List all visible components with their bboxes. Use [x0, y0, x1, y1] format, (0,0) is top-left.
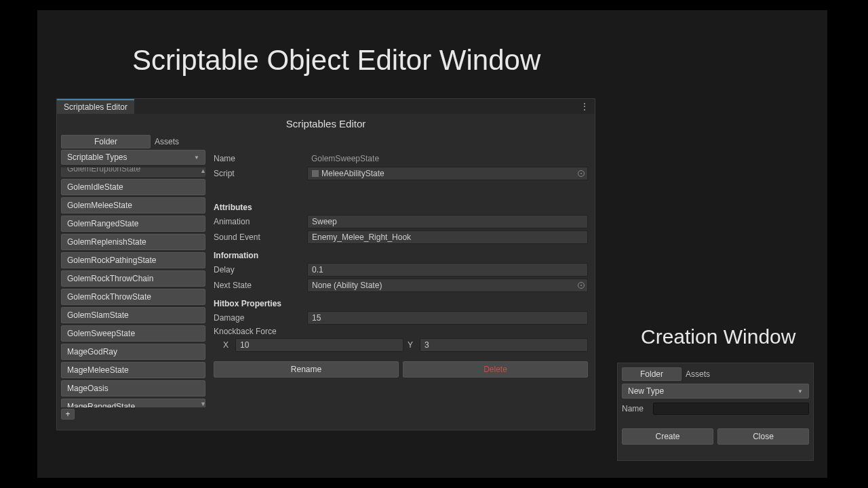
delay-label: Delay — [214, 265, 307, 274]
next-state-label: Next State — [214, 281, 307, 290]
close-button[interactable]: Close — [717, 428, 809, 445]
list-item[interactable]: GolemIdleState — [61, 179, 205, 195]
knockback-y-input[interactable]: 3 — [420, 338, 588, 352]
knockback-label: Knockback Force — [214, 327, 277, 336]
new-type-dropdown[interactable]: New Type — [622, 384, 809, 399]
y-label: Y — [408, 340, 416, 350]
script-icon — [312, 170, 319, 177]
rename-button[interactable]: Rename — [214, 361, 399, 378]
tab-bar: Scriptables Editor ⋮ — [57, 99, 595, 114]
knockback-x-input[interactable]: 10 — [235, 338, 403, 352]
delete-button[interactable]: Delete — [403, 361, 588, 378]
information-header: Information — [214, 251, 588, 260]
create-button[interactable]: Create — [622, 428, 713, 445]
folder-button[interactable]: Folder — [61, 135, 151, 148]
list-item[interactable]: GolemRockThrowChain — [61, 270, 205, 287]
scriptable-types-label: Scriptable Types — [67, 152, 127, 162]
delay-input[interactable]: 0.1 — [307, 263, 588, 277]
scriptable-types-dropdown[interactable]: Scriptable Types — [61, 150, 205, 165]
asset-list: GolemEruptionState GolemIdleState GolemM… — [61, 167, 205, 407]
damage-label: Damage — [214, 313, 307, 323]
list-item[interactable]: GolemSlamState — [61, 307, 205, 323]
list-item[interactable]: GolemEruptionState — [61, 167, 205, 177]
list-item[interactable]: MageMeleeState — [61, 362, 205, 378]
next-state-field[interactable]: None (Ability State) — [307, 279, 588, 292]
list-item[interactable]: MageOasis — [61, 380, 205, 396]
damage-input[interactable]: 15 — [307, 311, 588, 325]
folder-path-label: Assets — [155, 137, 179, 146]
panel-title: Scriptables Editor — [57, 114, 595, 134]
sound-event-input[interactable]: Enemy_Melee_Right_Hook — [307, 230, 588, 244]
name-label: Name — [214, 154, 307, 163]
object-picker-icon[interactable] — [578, 170, 585, 177]
creation-folder-path: Assets — [686, 369, 710, 379]
creation-folder-button[interactable]: Folder — [622, 367, 682, 381]
animation-label: Animation — [214, 217, 307, 226]
script-value: MeleeAbilityState — [321, 169, 384, 178]
list-item[interactable]: GolemRangedState — [61, 216, 205, 232]
script-field[interactable]: MeleeAbilityState — [307, 167, 588, 180]
script-label: Script — [214, 169, 307, 178]
attributes-header: Attributes — [214, 203, 588, 212]
next-state-value: None (Ability State) — [312, 281, 382, 290]
scroll-up-icon[interactable]: ▲ — [200, 167, 205, 174]
creation-name-label: Name — [622, 404, 648, 413]
hitbox-header: Hitbox Properties — [214, 299, 588, 308]
list-item[interactable]: GolemRockThrowState — [61, 289, 205, 305]
name-value: GolemSweepState — [307, 152, 588, 165]
inspector-panel: Name GolemSweepState Script MeleeAbility… — [210, 150, 595, 420]
list-item[interactable]: GolemMeleeState — [61, 197, 205, 214]
list-item[interactable]: GolemRockPathingState — [61, 252, 205, 268]
x-label: X — [223, 340, 231, 350]
creation-window: Folder Assets New Type Name Create Close — [617, 363, 814, 461]
list-item[interactable]: GolemReplenishState — [61, 234, 205, 250]
list-item[interactable]: GolemSweepState — [61, 325, 205, 342]
object-picker-icon[interactable] — [578, 282, 585, 289]
scriptables-editor-window: Scriptables Editor ⋮ Scriptables Editor … — [56, 98, 595, 430]
sound-event-label: Sound Event — [214, 232, 307, 242]
scroll-down-icon[interactable]: ▼ — [200, 401, 205, 407]
list-item[interactable]: MageGodRay — [61, 344, 205, 360]
kebab-menu-icon[interactable]: ⋮ — [580, 101, 589, 112]
tab-scriptables-editor[interactable]: Scriptables Editor — [57, 99, 134, 114]
animation-input[interactable]: Sweep — [307, 215, 588, 228]
page-title: Scriptable Object Editor Window — [132, 44, 540, 77]
creation-name-input[interactable] — [653, 403, 809, 415]
add-button[interactable]: + — [61, 409, 75, 420]
creation-window-title: Creation Window — [641, 325, 795, 348]
new-type-label: New Type — [628, 386, 664, 396]
list-item[interactable]: MageRangedState — [61, 399, 205, 407]
